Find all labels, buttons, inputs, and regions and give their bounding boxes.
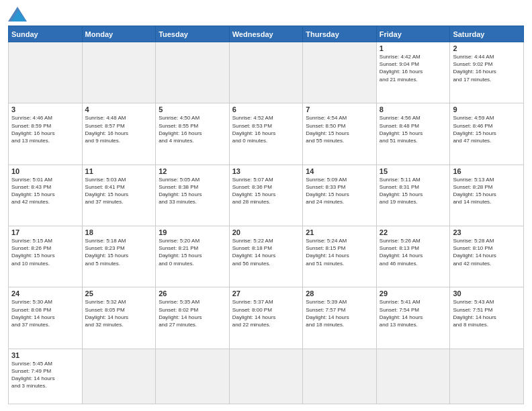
calendar-cell: 24Sunrise: 5:30 AM Sunset: 8:08 PM Dayli…	[9, 287, 83, 349]
calendar-cell: 25Sunrise: 5:32 AM Sunset: 8:05 PM Dayli…	[82, 287, 156, 349]
calendar-cell	[229, 42, 303, 103]
calendar-cell	[303, 42, 377, 103]
day-number: 31	[11, 351, 79, 359]
day-info: Sunrise: 4:42 AM Sunset: 9:04 PM Dayligh…	[380, 53, 447, 83]
calendar-cell	[229, 349, 303, 404]
calendar-cell: 16Sunrise: 5:13 AM Sunset: 8:28 PM Dayli…	[450, 165, 524, 226]
day-number: 4	[85, 105, 153, 113]
day-number: 19	[159, 228, 226, 236]
day-info: Sunrise: 5:45 AM Sunset: 7:49 PM Dayligh…	[11, 360, 79, 390]
day-number: 23	[453, 228, 521, 236]
calendar-cell: 11Sunrise: 5:03 AM Sunset: 8:41 PM Dayli…	[82, 165, 156, 226]
day-info: Sunrise: 4:56 AM Sunset: 8:48 PM Dayligh…	[380, 114, 447, 144]
week-row-1: 1Sunrise: 4:42 AM Sunset: 9:04 PM Daylig…	[9, 42, 524, 103]
calendar-cell: 28Sunrise: 5:39 AM Sunset: 7:57 PM Dayli…	[303, 287, 377, 349]
calendar-cell: 13Sunrise: 5:07 AM Sunset: 8:36 PM Dayli…	[229, 165, 303, 226]
day-number: 28	[306, 289, 373, 298]
day-info: Sunrise: 5:09 AM Sunset: 8:33 PM Dayligh…	[306, 176, 373, 206]
calendar-cell: 22Sunrise: 5:26 AM Sunset: 8:13 PM Dayli…	[376, 226, 450, 287]
day-info: Sunrise: 5:22 AM Sunset: 8:18 PM Dayligh…	[232, 237, 300, 267]
calendar-cell: 7Sunrise: 4:54 AM Sunset: 8:50 PM Daylig…	[303, 103, 377, 165]
logo	[8, 7, 30, 21]
calendar-cell: 29Sunrise: 5:41 AM Sunset: 7:54 PM Dayli…	[376, 287, 450, 349]
day-number: 22	[380, 228, 447, 236]
calendar-cell: 15Sunrise: 5:11 AM Sunset: 8:31 PM Dayli…	[376, 165, 450, 226]
day-number: 27	[232, 289, 300, 298]
calendar-cell: 8Sunrise: 4:56 AM Sunset: 8:48 PM Daylig…	[376, 103, 450, 165]
day-info: Sunrise: 4:52 AM Sunset: 8:53 PM Dayligh…	[232, 114, 300, 144]
week-row-2: 3Sunrise: 4:46 AM Sunset: 8:59 PM Daylig…	[9, 103, 524, 165]
day-info: Sunrise: 5:28 AM Sunset: 8:10 PM Dayligh…	[453, 237, 521, 267]
day-info: Sunrise: 5:32 AM Sunset: 8:05 PM Dayligh…	[85, 298, 153, 328]
day-info: Sunrise: 5:37 AM Sunset: 8:00 PM Dayligh…	[232, 298, 300, 328]
header	[8, 7, 524, 21]
day-info: Sunrise: 4:46 AM Sunset: 8:59 PM Dayligh…	[11, 114, 79, 144]
day-number: 18	[85, 228, 153, 236]
day-number: 1	[380, 44, 447, 52]
day-info: Sunrise: 5:18 AM Sunset: 8:23 PM Dayligh…	[85, 237, 153, 267]
day-number: 9	[453, 105, 521, 113]
day-number: 3	[11, 105, 79, 113]
weekday-header-sunday: Sunday	[9, 26, 83, 42]
day-number: 15	[380, 167, 447, 175]
calendar-cell: 31Sunrise: 5:45 AM Sunset: 7:49 PM Dayli…	[9, 349, 83, 404]
calendar-cell: 21Sunrise: 5:24 AM Sunset: 8:15 PM Dayli…	[303, 226, 377, 287]
day-info: Sunrise: 5:24 AM Sunset: 8:15 PM Dayligh…	[306, 237, 373, 267]
week-row-6: 31Sunrise: 5:45 AM Sunset: 7:49 PM Dayli…	[9, 349, 524, 404]
day-number: 25	[85, 289, 153, 298]
day-number: 14	[306, 167, 373, 175]
day-info: Sunrise: 5:26 AM Sunset: 8:13 PM Dayligh…	[380, 237, 447, 267]
day-info: Sunrise: 5:30 AM Sunset: 8:08 PM Dayligh…	[11, 298, 79, 328]
day-number: 16	[453, 167, 521, 175]
calendar-cell: 19Sunrise: 5:20 AM Sunset: 8:21 PM Dayli…	[156, 226, 230, 287]
calendar-cell	[9, 42, 83, 103]
calendar-cell: 18Sunrise: 5:18 AM Sunset: 8:23 PM Dayli…	[82, 226, 156, 287]
calendar-cell: 30Sunrise: 5:43 AM Sunset: 7:51 PM Dayli…	[450, 287, 524, 349]
weekday-header-monday: Monday	[82, 26, 156, 42]
day-info: Sunrise: 4:50 AM Sunset: 8:55 PM Dayligh…	[159, 114, 226, 144]
day-number: 2	[453, 44, 521, 52]
weekday-header-saturday: Saturday	[450, 26, 524, 42]
weekday-header-row: SundayMondayTuesdayWednesdayThursdayFrid…	[9, 26, 524, 42]
day-info: Sunrise: 5:13 AM Sunset: 8:28 PM Dayligh…	[453, 176, 521, 206]
day-info: Sunrise: 4:54 AM Sunset: 8:50 PM Dayligh…	[306, 114, 373, 144]
calendar-cell: 14Sunrise: 5:09 AM Sunset: 8:33 PM Dayli…	[303, 165, 377, 226]
calendar-table: SundayMondayTuesdayWednesdayThursdayFrid…	[8, 26, 524, 404]
day-number: 11	[85, 167, 153, 175]
day-info: Sunrise: 5:11 AM Sunset: 8:31 PM Dayligh…	[380, 176, 447, 206]
calendar-cell: 10Sunrise: 5:01 AM Sunset: 8:43 PM Dayli…	[9, 165, 83, 226]
day-number: 8	[380, 105, 447, 113]
day-info: Sunrise: 5:03 AM Sunset: 8:41 PM Dayligh…	[85, 176, 153, 206]
day-info: Sunrise: 5:20 AM Sunset: 8:21 PM Dayligh…	[159, 237, 226, 267]
day-number: 6	[232, 105, 300, 113]
day-number: 10	[11, 167, 79, 175]
calendar-cell: 5Sunrise: 4:50 AM Sunset: 8:55 PM Daylig…	[156, 103, 230, 165]
day-number: 12	[159, 167, 226, 175]
calendar-cell: 6Sunrise: 4:52 AM Sunset: 8:53 PM Daylig…	[229, 103, 303, 165]
calendar-cell: 20Sunrise: 5:22 AM Sunset: 8:18 PM Dayli…	[229, 226, 303, 287]
calendar-cell: 17Sunrise: 5:15 AM Sunset: 8:26 PM Dayli…	[9, 226, 83, 287]
day-number: 5	[159, 105, 226, 113]
calendar-cell: 3Sunrise: 4:46 AM Sunset: 8:59 PM Daylig…	[9, 103, 83, 165]
page: SundayMondayTuesdayWednesdayThursdayFrid…	[0, 0, 532, 411]
calendar-cell: 1Sunrise: 4:42 AM Sunset: 9:04 PM Daylig…	[376, 42, 450, 103]
day-info: Sunrise: 5:43 AM Sunset: 7:51 PM Dayligh…	[453, 298, 521, 328]
calendar-cell: 9Sunrise: 4:59 AM Sunset: 8:46 PM Daylig…	[450, 103, 524, 165]
day-info: Sunrise: 5:15 AM Sunset: 8:26 PM Dayligh…	[11, 237, 79, 267]
calendar-cell: 2Sunrise: 4:44 AM Sunset: 9:02 PM Daylig…	[450, 42, 524, 103]
day-info: Sunrise: 5:05 AM Sunset: 8:38 PM Dayligh…	[159, 176, 226, 206]
logo-icon	[8, 7, 27, 21]
day-info: Sunrise: 4:44 AM Sunset: 9:02 PM Dayligh…	[453, 53, 521, 83]
day-number: 21	[306, 228, 373, 236]
calendar-cell: 27Sunrise: 5:37 AM Sunset: 8:00 PM Dayli…	[229, 287, 303, 349]
weekday-header-tuesday: Tuesday	[156, 26, 230, 42]
day-number: 20	[232, 228, 300, 236]
day-info: Sunrise: 5:39 AM Sunset: 7:57 PM Dayligh…	[306, 298, 373, 328]
weekday-header-thursday: Thursday	[303, 26, 377, 42]
calendar-cell	[82, 349, 156, 404]
day-info: Sunrise: 5:01 AM Sunset: 8:43 PM Dayligh…	[11, 176, 79, 206]
week-row-3: 10Sunrise: 5:01 AM Sunset: 8:43 PM Dayli…	[9, 165, 524, 226]
day-number: 29	[380, 289, 447, 298]
calendar-cell	[156, 42, 230, 103]
calendar-cell	[450, 349, 524, 404]
